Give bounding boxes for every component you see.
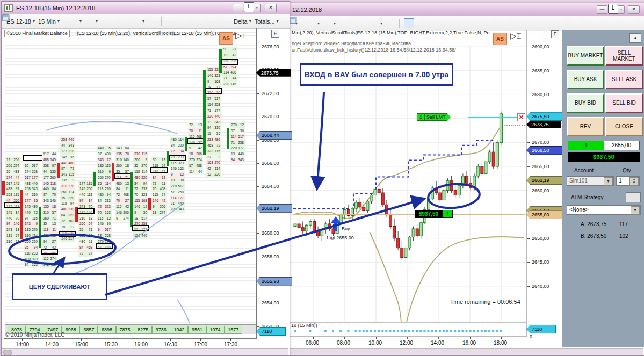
toolbar-separator (64, 17, 64, 26)
cursor-icon[interactable] (132, 17, 141, 26)
toolbar-separator (365, 19, 365, 28)
right-bottom-strip[interactable] (289, 348, 643, 355)
toolbar-item-cursor-icon[interactable]: ▾ (132, 17, 144, 26)
chart-wave-icon[interactable] (430, 19, 439, 28)
left-close-button[interactable]: ✕ (265, 4, 277, 12)
right-window-titlebar[interactable]: 12.12.2018 (289, 3, 644, 16)
chevron-down-icon: ▾ (79, 19, 82, 24)
chevron-down-icon: ▾ (380, 21, 382, 26)
right-chart-window: 12.12.2018 — L ▫ ✕ ▾▾▾▾$ (288, 3, 644, 356)
cursor-icon[interactable] (370, 19, 379, 28)
chevron-down-icon: ▾ (96, 19, 98, 24)
chevron-down-icon: ▾ (57, 19, 60, 24)
toolbar-label: ES 12-18 (6, 18, 31, 25)
chevron-down-icon: ▾ (249, 19, 251, 24)
pencil-icon[interactable] (323, 19, 332, 28)
toolbar-item-chart-bars-icon[interactable] (417, 19, 426, 28)
toolbar-item-volume-bars-icon[interactable] (404, 18, 414, 28)
toolbar-separator (161, 17, 162, 26)
window-icon (4, 4, 13, 12)
left-toolbar: ES 12-18▾15 Min▾▾▾▾$Delta▾Totals...▾ (2, 14, 290, 29)
right-l-key-button[interactable]: L (608, 4, 618, 14)
toolbar-item-chart-wave-icon[interactable] (430, 19, 439, 28)
toolbar-item-15-min[interactable]: 15 Min▾ (38, 18, 60, 25)
toolbar-item-pointer-plus-icon[interactable] (101, 17, 110, 26)
chevron-down-icon: ▾ (334, 21, 336, 26)
toolbar-label: 15 Min (38, 18, 56, 25)
pointer-plus-icon[interactable] (101, 17, 110, 26)
left-minimize-button[interactable]: — (233, 4, 243, 12)
toolbar-item-pointer-icon[interactable] (351, 19, 360, 28)
desktop: 12.12.2018 — L ▫ ✕ ▾▾▾▾$ Min),2,20), Ver… (0, 0, 644, 356)
chevron-down-icon: ▾ (142, 19, 144, 24)
chart-bars-icon[interactable] (417, 19, 426, 28)
chart-bars-icon[interactable] (178, 17, 187, 26)
chevron-down-icon: ▾ (33, 19, 35, 24)
toolbar-item-cursor-icon[interactable]: ▾ (370, 19, 382, 28)
toolbar-label: Delta (234, 18, 248, 25)
toolbar-item-volume-bars-icon[interactable] (166, 17, 175, 26)
chevron-down-icon: ▾ (277, 19, 279, 24)
dollar-icon[interactable]: $ (203, 17, 212, 26)
toolbar-separator (229, 17, 229, 26)
left-chart-window: ES 12-18 (15 Min) 12.12.2018 — L ▫ ✕ ES … (1, 1, 290, 356)
panel-icon[interactable] (454, 19, 464, 28)
toolbar-item-dollar-icon[interactable]: $ (203, 17, 212, 26)
chart-wave-icon[interactable] (191, 17, 200, 26)
chevron-down-icon: ▾ (317, 21, 320, 26)
toolbar-separator (302, 19, 302, 28)
toolbar-item-candles-icon[interactable]: ▾ (69, 17, 82, 26)
toolbar-separator (399, 19, 400, 28)
toolbar-item-es-12-18[interactable]: ES 12-18▾ (6, 18, 35, 25)
left-window-title: ES 12-18 (15 Min) 12.12.2018 (16, 5, 95, 11)
toolbar-item-chart-bars-icon[interactable] (178, 17, 187, 26)
pointer-icon[interactable] (113, 17, 122, 26)
toolbar-item-candles-icon[interactable]: ▾ (307, 19, 320, 28)
right-close-button[interactable]: ✕ (628, 5, 640, 14)
left-l-key-button[interactable]: L (244, 2, 254, 12)
toolbar-item-pencil-icon[interactable]: ▾ (323, 19, 336, 28)
magnifier-icon[interactable] (148, 17, 157, 26)
toolbar-item-dollar-icon[interactable]: $ (442, 19, 451, 28)
pencil-icon[interactable] (85, 17, 94, 26)
toolbar-item-totals-[interactable]: Totals...▾ (255, 18, 279, 25)
dollar-icon[interactable]: $ (442, 19, 451, 28)
right-restore-button[interactable]: ▫ (617, 5, 625, 14)
pointer-icon[interactable] (351, 19, 360, 28)
volume-bars-icon[interactable] (166, 17, 175, 26)
panel-icon[interactable] (215, 17, 225, 26)
toolbar-item-panel-icon[interactable] (215, 17, 225, 26)
candles-icon[interactable] (307, 19, 316, 28)
left-restore-button[interactable]: ▫ (253, 4, 261, 12)
toolbar-item-magnifier-icon[interactable] (148, 17, 157, 26)
toolbar-separator (127, 17, 127, 26)
toolbar-item-delta[interactable]: Delta▾ (234, 18, 251, 25)
toolbar-item-magnifier-icon[interactable] (386, 19, 395, 28)
toolbar-item-pencil-icon[interactable]: ▾ (85, 17, 98, 26)
toolbar-item-chart-wave-icon[interactable] (191, 17, 200, 26)
right-minimize-button[interactable]: — (597, 5, 607, 14)
toolbar-item-pointer-plus-icon[interactable] (339, 19, 348, 28)
right-window-title: 12.12.2018 (292, 6, 322, 13)
pointer-plus-icon[interactable] (339, 19, 348, 28)
toolbar-item-panel-icon[interactable] (454, 19, 464, 28)
candles-icon[interactable] (69, 17, 78, 26)
toolbar-label: Totals... (255, 18, 275, 25)
magnifier-icon[interactable] (386, 19, 395, 28)
volume-bars-icon[interactable] (404, 18, 414, 28)
toolbar-item-pointer-icon[interactable] (113, 17, 122, 26)
right-chart-surface (289, 31, 643, 348)
right-toolbar: ▾▾▾▾$ (289, 16, 644, 31)
